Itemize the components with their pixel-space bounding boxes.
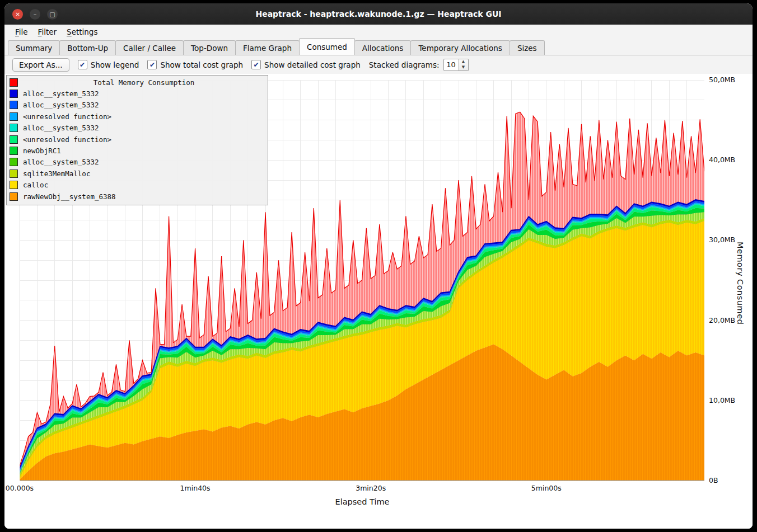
y-tick-10: 10,0MB xyxy=(709,396,735,404)
app-window: × – ▢ Heaptrack - heaptrack.wakunode.1.g… xyxy=(4,3,753,529)
tab-top-down[interactable]: Top-Down xyxy=(183,40,236,55)
menubar: FileFilterSettings xyxy=(4,25,753,39)
checkbox-icon[interactable]: ✔ xyxy=(251,60,261,69)
legend-label: alloc__system_5332 xyxy=(23,124,99,132)
tab-summary[interactable]: Summary xyxy=(8,40,60,55)
legend-swatch xyxy=(10,158,18,166)
tab-allocations[interactable]: Allocations xyxy=(354,40,412,55)
legend-swatch xyxy=(10,192,18,201)
menu-file[interactable]: File xyxy=(10,26,33,37)
checkbox-icon[interactable]: ✔ xyxy=(78,60,87,69)
legend-label: alloc__system_5332 xyxy=(23,101,99,109)
legend-entry-0: alloc__system_5332 xyxy=(10,88,265,99)
legend-label: <unresolved function> xyxy=(23,135,111,144)
tab-consumed[interactable]: Consumed xyxy=(299,38,355,55)
export-as-button[interactable]: Export As... xyxy=(12,58,69,72)
y-axis-label: Memory Consumed xyxy=(736,242,745,324)
legend-entry-5: newObjRC1 xyxy=(10,145,265,156)
tab-caller-callee[interactable]: Caller / Callee xyxy=(115,40,184,55)
legend-swatch xyxy=(10,90,18,98)
legend-title: Total Memory Consumption xyxy=(23,78,265,87)
legend-swatch xyxy=(10,112,18,121)
legend-entry-8: calloc xyxy=(10,180,265,191)
x-tick-0: 00.000s xyxy=(6,484,34,492)
x-tick-300: 5min00s xyxy=(531,484,562,492)
tab-bottom-up[interactable]: Bottom-Up xyxy=(59,40,116,55)
close-icon[interactable]: × xyxy=(12,9,23,20)
checkbox-show-legend[interactable]: ✔Show legend xyxy=(78,60,139,69)
legend-entry-3: alloc__system_5332 xyxy=(10,123,265,134)
x-axis-label: Elapsed Time xyxy=(4,497,720,506)
legend-entry-6: alloc__system_5332 xyxy=(10,157,265,168)
chart-legend: Total Memory Consumption alloc__system_5… xyxy=(6,75,268,205)
legend-entry-2: <unresolved function> xyxy=(10,111,265,122)
checkbox-icon[interactable]: ✔ xyxy=(147,60,157,69)
y-tick-0: 0B xyxy=(709,476,718,484)
checkbox-label: Show detailed cost graph xyxy=(264,60,361,69)
spin-down-icon[interactable]: ▼ xyxy=(459,65,468,70)
stacked-diagrams-label: Stacked diagrams: xyxy=(369,60,440,69)
legend-label: newObjRC1 xyxy=(23,147,61,155)
legend-entry-7: sqlite3MemMalloc xyxy=(10,168,265,179)
tab-sizes[interactable]: Sizes xyxy=(510,40,545,55)
maximize-icon[interactable]: ▢ xyxy=(47,9,58,20)
checkbox-show-total-cost-graph[interactable]: ✔Show total cost graph xyxy=(147,60,243,69)
legend-title-row: Total Memory Consumption xyxy=(10,77,265,88)
tab-temporary-allocations[interactable]: Temporary Allocations xyxy=(410,40,510,55)
checkbox-label: Show legend xyxy=(91,60,139,69)
y-tick-40: 40,0MB xyxy=(709,156,735,164)
spin-up-icon[interactable]: ▲ xyxy=(459,59,468,65)
legend-swatch xyxy=(10,147,18,155)
stacked-diagrams-value[interactable]: 10 xyxy=(443,59,459,71)
checkbox-label: Show total cost graph xyxy=(160,60,243,69)
legend-swatch xyxy=(10,170,18,178)
menu-settings[interactable]: Settings xyxy=(62,26,102,37)
legend-label: <unresolved function> xyxy=(23,112,111,121)
window-title: Heaptrack - heaptrack.wakunode.1.gz — He… xyxy=(4,10,753,18)
legend-swatch xyxy=(10,101,18,109)
y-tick-20: 20,0MB xyxy=(709,316,735,324)
checkbox-show-detailed-cost-graph[interactable]: ✔Show detailed cost graph xyxy=(251,60,361,69)
legend-entry-4: <unresolved function> xyxy=(10,134,265,145)
tab-flame-graph[interactable]: Flame Graph xyxy=(235,40,300,55)
legend-label: rawNewObj__system_6388 xyxy=(23,192,116,201)
legend-swatch xyxy=(10,135,18,144)
legend-swatch xyxy=(10,181,18,189)
minimize-icon[interactable]: – xyxy=(30,9,40,20)
toolbar: Export As... ✔Show legend✔Show total cos… xyxy=(4,55,753,74)
legend-entry-9: rawNewObj__system_6388 xyxy=(10,191,265,202)
titlebar: × – ▢ Heaptrack - heaptrack.wakunode.1.g… xyxy=(4,3,753,25)
menu-filter[interactable]: Filter xyxy=(33,26,62,37)
legend-label: alloc__system_5332 xyxy=(23,158,99,166)
legend-label: sqlite3MemMalloc xyxy=(23,170,90,178)
legend-label: alloc__system_5332 xyxy=(23,90,99,98)
legend-entry-1: alloc__system_5332 xyxy=(10,100,265,111)
legend-swatch xyxy=(10,124,18,132)
y-tick-50: 50,0MB xyxy=(709,76,735,84)
y-tick-30: 30,0MB xyxy=(709,236,735,244)
legend-label: calloc xyxy=(23,181,48,189)
x-tick-100: 1min40s xyxy=(180,484,211,492)
x-tick-200: 3min20s xyxy=(356,484,386,492)
total-memory-swatch xyxy=(10,78,18,87)
chart-area: Total Memory Consumption alloc__system_5… xyxy=(4,74,753,529)
stacked-diagrams-spinner[interactable]: 10 ▲ ▼ xyxy=(443,59,469,71)
tab-bar: SummaryBottom-UpCaller / CalleeTop-DownF… xyxy=(4,39,753,55)
